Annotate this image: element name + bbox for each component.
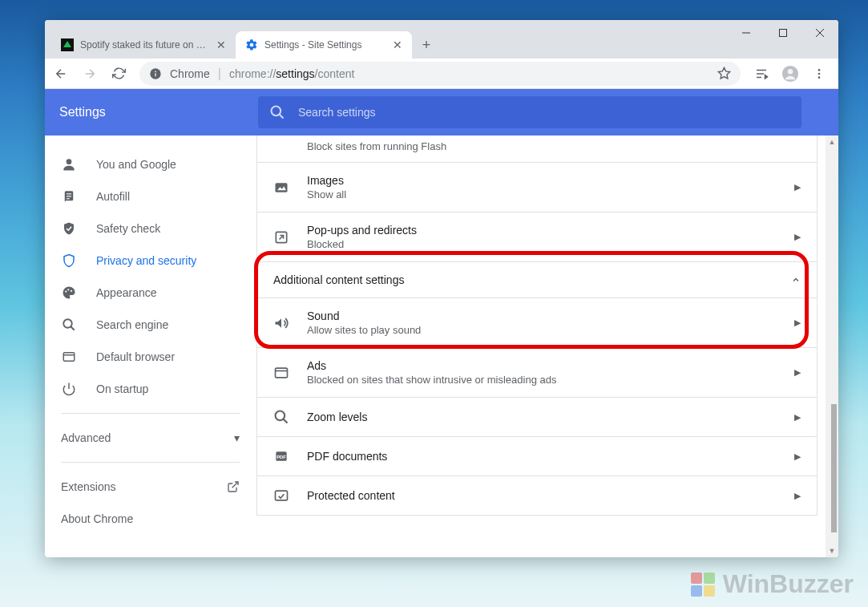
sidebar-advanced[interactable]: Advanced ▾: [45, 422, 256, 454]
section-additional-content[interactable]: Additional content settings: [257, 261, 817, 297]
content-area: Block sites from running Flash Images Sh…: [256, 136, 838, 557]
close-window-button[interactable]: [801, 20, 838, 46]
svg-line-20: [280, 115, 284, 119]
favicon-spotify: [61, 38, 74, 51]
svg-point-39: [276, 411, 285, 421]
sidebar-item-you-and-google[interactable]: You and Google: [45, 148, 256, 180]
scrollbar-outer[interactable]: ▲ ▼: [826, 136, 838, 557]
svg-point-19: [272, 107, 281, 116]
svg-point-18: [818, 76, 821, 79]
address-label: Chrome: [170, 67, 210, 80]
svg-point-26: [67, 289, 69, 290]
sidebar-item-search-engine[interactable]: Search engine: [45, 309, 256, 341]
chevron-right-icon: ▶: [794, 412, 801, 423]
scrollbar-thumb-outer[interactable]: [831, 404, 837, 532]
close-icon[interactable]: ✕: [215, 38, 228, 51]
row-sub: Allow sites to play sound: [307, 324, 777, 336]
tab-spotify[interactable]: Spotify staked its future on podc ✕: [51, 31, 236, 59]
chevron-right-icon: ▶: [794, 367, 801, 378]
shield-icon: [61, 253, 77, 268]
sidebar-item-label: Privacy and security: [96, 254, 196, 267]
separator: [61, 413, 240, 414]
section-title: Additional content settings: [273, 273, 404, 286]
back-button[interactable]: [48, 61, 74, 87]
tab-title: Spotify staked its future on podc: [80, 39, 208, 51]
new-tab-button[interactable]: +: [415, 34, 438, 56]
row-images[interactable]: Images Show all ▶: [257, 162, 817, 212]
titlebar: Spotify staked its future on podc ✕ Sett…: [45, 20, 838, 59]
sidebar-item-label: Appearance: [96, 286, 157, 299]
advanced-label: Advanced: [61, 431, 111, 444]
svg-point-7: [155, 71, 156, 72]
sidebar-item-autofill[interactable]: Autofill: [45, 180, 256, 212]
scroll-up-icon[interactable]: ▲: [826, 136, 838, 148]
sidebar-item-privacy-security[interactable]: Privacy and security: [45, 245, 256, 277]
safety-icon: [61, 221, 77, 236]
row-sub: Blocked on sites that show intrusive or …: [307, 374, 777, 386]
row-sound[interactable]: Sound Allow sites to play sound ▶: [257, 297, 817, 347]
sidebar-item-label: On startup: [96, 382, 148, 395]
reload-button[interactable]: [106, 61, 131, 87]
image-icon: [273, 180, 289, 196]
bookmark-icon[interactable]: [717, 67, 731, 80]
svg-point-28: [63, 319, 72, 328]
svg-marker-9: [718, 67, 729, 78]
sidebar-item-appearance[interactable]: Appearance: [45, 277, 256, 309]
tab-settings[interactable]: Settings - Site Settings ✕: [236, 31, 412, 59]
chevron-right-icon: ▶: [794, 451, 801, 462]
row-protected-content[interactable]: Protected content ▶: [257, 475, 817, 515]
zoom-icon: [273, 409, 289, 425]
svg-point-17: [818, 72, 821, 75]
sound-icon: [273, 315, 289, 331]
svg-rect-23: [67, 196, 71, 196]
address-bar[interactable]: Chrome | chrome://settings/content: [139, 62, 741, 86]
svg-text:PDF: PDF: [277, 455, 286, 459]
sidebar-item-on-startup[interactable]: On startup: [45, 373, 256, 405]
browser-window: Spotify staked its future on podc ✕ Sett…: [45, 20, 838, 557]
row-ads[interactable]: Ads Blocked on sites that show intrusive…: [257, 347, 817, 397]
about-label: About Chrome: [61, 512, 133, 525]
forward-button[interactable]: [77, 61, 103, 87]
svg-rect-30: [63, 353, 75, 362]
site-info-icon[interactable]: [149, 67, 162, 80]
row-title: Zoom levels: [307, 411, 777, 423]
row-popups-redirects[interactable]: Pop-ups and redirects Blocked ▶: [257, 212, 817, 261]
separator: [61, 462, 240, 463]
close-icon[interactable]: ✕: [391, 38, 404, 51]
minimize-button[interactable]: [728, 20, 765, 46]
row-zoom-levels[interactable]: Zoom levels ▶: [257, 397, 817, 436]
row-title: Sound: [307, 310, 777, 322]
scroll-down-icon[interactable]: ▼: [826, 544, 838, 557]
menu-icon[interactable]: [806, 61, 832, 87]
row-title: Images: [307, 174, 777, 187]
maximize-button[interactable]: [765, 20, 801, 46]
search-box[interactable]: [258, 96, 801, 128]
favicon-settings: [245, 38, 258, 51]
svg-rect-22: [67, 193, 71, 194]
svg-point-16: [818, 69, 821, 71]
media-control-icon[interactable]: [749, 61, 774, 87]
watermark-logo: [689, 571, 717, 598]
svg-rect-3: [780, 30, 787, 37]
row-pdf-documents[interactable]: PDF PDF documents ▶: [257, 436, 817, 475]
search-input[interactable]: [298, 106, 790, 119]
sidebar-extensions[interactable]: Extensions: [45, 471, 256, 503]
app-body: You and Google Autofill Safety check Pri…: [45, 136, 838, 557]
watermark-text: WinBuzzer: [723, 569, 854, 599]
svg-point-21: [67, 159, 72, 164]
sidebar-about-chrome[interactable]: About Chrome: [45, 503, 256, 535]
divider: |: [218, 67, 221, 81]
tab-title: Settings - Site Settings: [264, 39, 385, 51]
row-flash-truncated[interactable]: Block sites from running Flash: [257, 136, 817, 162]
chevron-right-icon: ▶: [794, 182, 801, 192]
popup-icon: [273, 229, 289, 245]
svg-line-33: [232, 482, 238, 488]
svg-marker-13: [765, 75, 768, 79]
profile-icon[interactable]: [777, 61, 803, 87]
svg-line-29: [71, 326, 75, 330]
sidebar-item-default-browser[interactable]: Default browser: [45, 341, 256, 373]
palette-icon: [61, 285, 77, 300]
watermark: WinBuzzer: [689, 569, 854, 599]
ads-icon: [273, 365, 289, 381]
sidebar-item-safety-check[interactable]: Safety check: [45, 212, 256, 245]
